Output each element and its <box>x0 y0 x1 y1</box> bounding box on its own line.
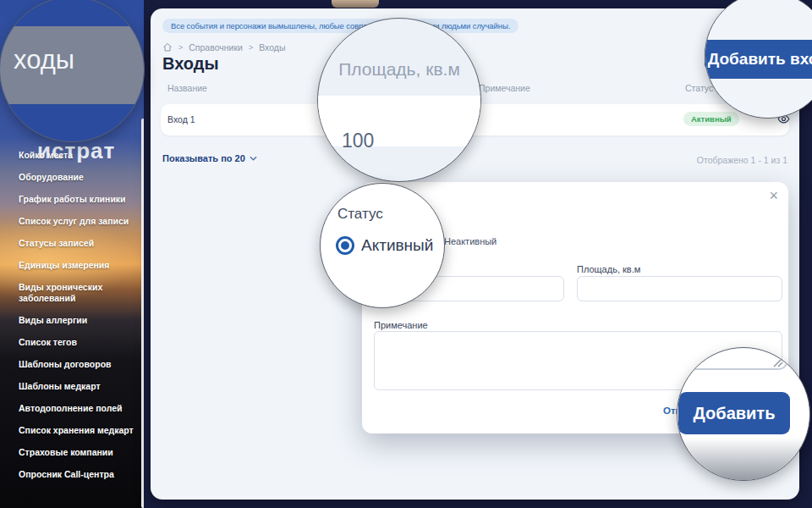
magnifier-submit-button: Добавить <box>677 347 810 481</box>
magnified-status-label: Статус <box>337 206 383 223</box>
sidebar-item-spisok-hraneniya[interactable]: Список хранения медкарт <box>19 425 134 436</box>
magnifier-status-radio: Статус Активный <box>320 183 445 308</box>
chevron-right-icon: > <box>249 43 253 52</box>
sidebar-item-strahovye-kompanii[interactable]: Страховые компании <box>19 447 134 458</box>
sidebar-item-spisok-tegov[interactable]: Список тегов <box>19 337 134 348</box>
note-field-label: Примечание <box>374 320 428 330</box>
sidebar-item-vidy-hronicheskih[interactable]: Виды хронических заболеваний <box>19 282 134 304</box>
sidebar-item-oborudovanie[interactable]: Оборудование <box>19 172 134 183</box>
breadcrumb-spravochniki[interactable]: Справочники <box>189 42 243 52</box>
magnified-status-value: Активный <box>361 236 433 255</box>
sidebar-nav: Койко места Оборудование График работы к… <box>19 150 134 491</box>
column-header-name: Название <box>167 83 207 93</box>
pagination: Показывать по 20 Отображено 1 - 1 из 1 <box>162 153 787 167</box>
magnified-add-entry-label: Добавить вход <box>708 50 812 69</box>
page-size-label: Показывать по 20 <box>162 153 245 163</box>
area-field-label: Площадь, кв.м <box>577 264 640 274</box>
home-icon[interactable] <box>162 42 173 52</box>
sidebar-item-grafik-raboty[interactable]: График работы клиники <box>19 194 134 205</box>
radio-selected-icon <box>336 236 354 255</box>
range-label: Отображено 1 - 1 из 1 <box>697 155 787 165</box>
magnifier-area-column: Площадь, кв.м 100 <box>317 18 481 182</box>
disclaimer-banner: Все события и персонажи вымышлены, любые… <box>162 19 518 33</box>
radio-inactive-label[interactable]: Неактивный <box>444 236 497 246</box>
status-badge: Активный <box>683 112 739 126</box>
sidebar-item-edinicy-izmereniya[interactable]: Единицы измерения <box>19 260 134 271</box>
chevron-down-icon <box>250 156 257 161</box>
chevron-right-icon: > <box>178 43 183 52</box>
magnified-submit-button: Добавить <box>678 392 790 434</box>
breadcrumb: > Справочники > Входы <box>162 42 285 52</box>
page-size-selector[interactable]: Показывать по 20 <box>162 153 257 163</box>
magnified-area-header: Площадь, кв.м <box>318 59 480 80</box>
column-header-note: Примечание <box>479 83 530 93</box>
sidebar-scrollbar[interactable] <box>141 119 144 508</box>
page-title: Входы <box>162 54 219 74</box>
sidebar-item-koiko-mesta[interactable]: Койко места <box>19 150 134 161</box>
sidebar-item-statusy-zapisey[interactable]: Статусы записей <box>19 238 134 249</box>
sidebar-item-avtodopolnenie[interactable]: Автодополнение полей <box>19 403 134 414</box>
magnified-submit-label: Добавить <box>694 404 776 423</box>
background-photo-fragment <box>332 0 379 8</box>
breadcrumb-vhody[interactable]: Входы <box>259 42 285 52</box>
magnified-area-value: 100 <box>342 130 374 152</box>
sidebar-item-spisok-uslug[interactable]: Список услуг для записи <box>19 216 134 227</box>
area-field[interactable] <box>577 276 782 301</box>
cell-name: Вход 1 <box>167 114 195 124</box>
magnifier-sidebar-selected: C ходы <box>0 0 145 142</box>
sidebar-item-shablony-medkart[interactable]: Шаблоны медкарт <box>19 381 134 392</box>
sidebar-item-shablony-dogovorov[interactable]: Шаблоны договоров <box>19 359 134 370</box>
close-icon[interactable]: × <box>769 187 778 205</box>
sidebar-selected-fragment: ходы <box>14 45 74 75</box>
sidebar-item-vidy-allergii[interactable]: Виды аллергии <box>19 315 134 326</box>
sidebar-item-oprosnik-call[interactable]: Опросник Call-центра <box>19 469 134 480</box>
column-header-status: Статус <box>685 83 713 93</box>
magnified-add-entry-button: Добавить вход <box>705 40 812 79</box>
